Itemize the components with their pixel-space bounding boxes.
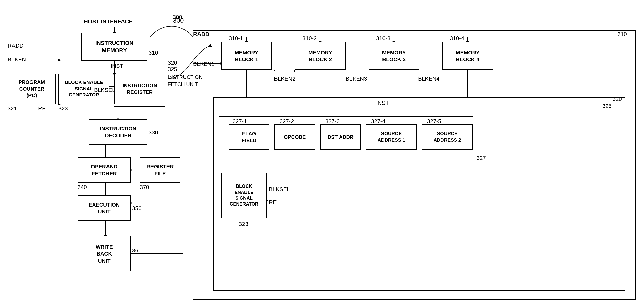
inst-right-label: INST: [376, 100, 389, 106]
inst-left-label: INST: [111, 63, 123, 70]
blken2-label: BLKEN2: [274, 76, 295, 82]
ref-321: 321: [8, 105, 17, 112]
ref-330: 330: [149, 129, 158, 136]
program-counter-box: PROGRAMCOUNTER(PC): [8, 74, 56, 104]
dots-label: . . .: [477, 133, 491, 141]
write-back-unit-box: WRITEBACKUNIT: [78, 236, 131, 271]
svg-marker-9: [58, 59, 61, 61]
src-addr1-box: SOURCEADDRESS 1: [366, 124, 417, 150]
svg-marker-38: [209, 44, 212, 47]
ref-320-right: 320: [612, 96, 622, 103]
instruction-register-box: INSTRUCTIONREGISTER: [114, 74, 165, 104]
ref-327: 327: [477, 155, 486, 161]
ref-350: 350: [132, 205, 142, 212]
ref-323-right: 323: [239, 221, 248, 227]
blksel-right-label: BLKSEL: [269, 186, 290, 193]
diagram-container: 300: [0, 0, 644, 306]
radd-left-label: RADD: [8, 43, 23, 49]
ref-320-left: 320: [168, 60, 177, 66]
svg-rect-67: [193, 30, 635, 299]
dst-addr-box: DST ADDR: [320, 124, 361, 150]
svg-marker-52: [294, 70, 295, 72]
blken3-label: BLKEN3: [346, 76, 367, 82]
ref-327-3: 327-3: [325, 118, 340, 125]
ref-310-right: 310: [618, 31, 627, 38]
ref-370: 370: [140, 184, 149, 191]
re-right-label: RE: [269, 199, 277, 206]
opcode-box: OPCODE: [274, 124, 315, 150]
re-left-label: RE: [38, 105, 46, 112]
ref-310-3: 310-3: [376, 35, 390, 42]
ref-360: 360: [132, 247, 142, 254]
blken4-label: BLKEN4: [418, 76, 439, 82]
operand-fetcher-box: OPERANDFETCHER: [78, 157, 131, 183]
blken-left-label: BLKEN: [8, 56, 26, 63]
ref-327-5: 327-5: [427, 118, 441, 125]
ref-327-4: 327-4: [371, 118, 385, 125]
execution-unit-box: EXECUTIONUNIT: [78, 195, 131, 221]
blken1-label: BLKEN1: [193, 61, 214, 67]
ref-340: 340: [78, 184, 87, 191]
memory-block-4-box: MEMORYBLOCK 4: [442, 42, 493, 70]
src-addr2-box: SOURCEADDRESS 2: [422, 124, 473, 150]
flag-field-box: FLAGFIELD: [229, 124, 269, 150]
ref-310-1: 310-1: [229, 35, 243, 42]
ref-323-left: 323: [58, 105, 68, 112]
blksel-left-label: BLKSEL: [94, 87, 115, 93]
block-enable-sg-right-box: BLOCKENABLESIGNALGENERATOR: [221, 173, 267, 218]
memory-block-1-box: MEMORYBLOCK 1: [221, 42, 272, 70]
memory-block-2-box: MEMORYBLOCK 2: [295, 42, 346, 70]
radd-right-label: RADD: [193, 31, 209, 38]
ref-325-left: 325: [168, 66, 177, 73]
ref-327-1: 327-1: [233, 118, 247, 125]
ref-327-2: 327-2: [280, 118, 294, 125]
memory-block-3-box: MEMORYBLOCK 3: [369, 42, 419, 70]
ref-325-right: 325: [602, 103, 612, 109]
instruction-memory-box: INSTRUCTIONMEMORY: [81, 33, 147, 61]
host-interface-label: HOST INTERFACE: [84, 18, 133, 25]
ref-310-4: 310-4: [450, 35, 464, 42]
instruction-decoder-box: INSTRUCTIONDECODER: [89, 119, 147, 145]
ref-300: 300: [173, 16, 184, 24]
register-file-box: REGISTERFILE: [140, 157, 180, 183]
ref-310-2: 310-2: [302, 35, 317, 42]
instruction-fetch-unit-label: INSTRUCTIONFETCH UNIT: [168, 74, 203, 88]
ref-310-left: 310: [149, 49, 158, 56]
